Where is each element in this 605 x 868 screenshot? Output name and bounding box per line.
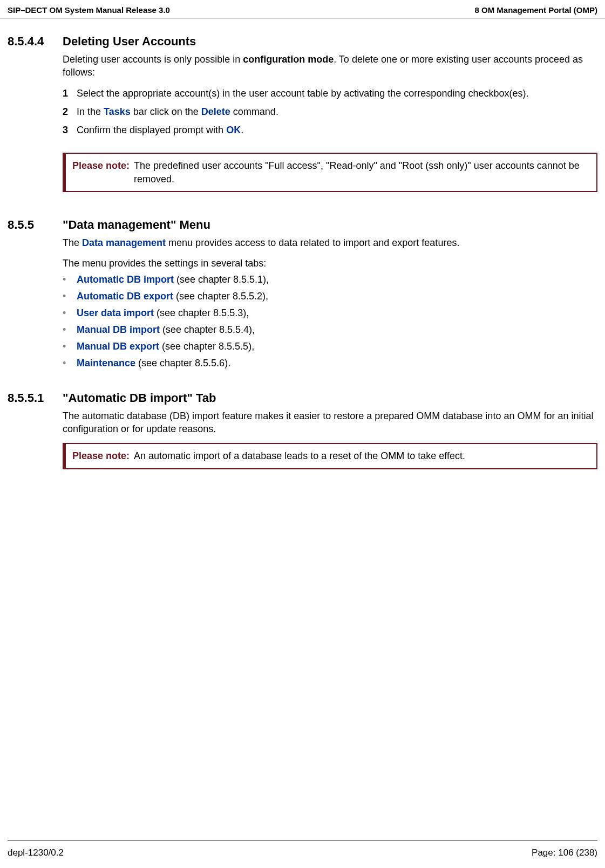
step-text: In the Tasks bar click on the Delete com… xyxy=(77,105,597,118)
section-number: 8.5.5.1 xyxy=(8,391,63,405)
page-content: 8.5.4.4 Deleting User Accounts Deleting … xyxy=(0,18,605,469)
step-3: 3 Confirm the displayed prompt with OK. xyxy=(63,124,597,136)
section-title: Deleting User Accounts xyxy=(63,35,196,49)
step-2: 2 In the Tasks bar click on the Delete c… xyxy=(63,105,597,118)
bullet-manual-db-import: • Manual DB import (see chapter 8.5.5.4)… xyxy=(63,323,597,337)
note-label: Please note: xyxy=(72,449,134,462)
section-heading-8544: 8.5.4.4 Deleting User Accounts xyxy=(8,35,597,49)
note-box: Please note: An automatic import of a da… xyxy=(63,443,597,469)
note-text: An automatic import of a database leads … xyxy=(134,449,590,462)
step-1: 1 Select the appropriate account(s) in t… xyxy=(63,87,597,100)
section-heading-855: 8.5.5 "Data management" Menu xyxy=(8,218,597,232)
section-title: "Automatic DB import" Tab xyxy=(63,391,216,405)
bullet-icon: • xyxy=(63,323,77,337)
bullet-automatic-db-export: • Automatic DB export (see chapter 8.5.5… xyxy=(63,289,597,304)
step-number: 1 xyxy=(63,87,77,100)
step-number: 2 xyxy=(63,105,77,118)
bullet-automatic-db-import: • Automatic DB import (see chapter 8.5.5… xyxy=(63,272,597,287)
bullet-icon: • xyxy=(63,339,77,354)
intro-paragraph: Deleting user accounts is only possible … xyxy=(63,53,597,79)
section-heading-8551: 8.5.5.1 "Automatic DB import" Tab xyxy=(8,391,597,405)
page-footer: depl-1230/0.2 Page: 106 (238) xyxy=(8,840,597,858)
note-box: Please note: The predefined user account… xyxy=(63,153,597,192)
footer-right: Page: 106 (238) xyxy=(532,848,597,858)
bullet-icon: • xyxy=(63,272,77,287)
bullet-icon: • xyxy=(63,306,77,320)
footer-left: depl-1230/0.2 xyxy=(8,848,64,858)
note-label: Please note: xyxy=(72,159,134,186)
intro-paragraph: The automatic database (DB) import featu… xyxy=(63,409,597,436)
step-text: Select the appropriate account(s) in the… xyxy=(77,87,597,100)
step-number: 3 xyxy=(63,124,77,136)
bullet-icon: • xyxy=(63,356,77,371)
note-text: The predefined user accounts "Full acces… xyxy=(134,159,590,186)
intro-paragraph: The Data management menu provides access… xyxy=(63,236,597,249)
section-number: 8.5.4.4 xyxy=(8,35,63,49)
bullet-user-data-import: • User data import (see chapter 8.5.5.3)… xyxy=(63,306,597,320)
page-header: SIP–DECT OM System Manual Release 3.0 8 … xyxy=(0,0,605,18)
header-right: 8 OM Management Portal (OMP) xyxy=(474,5,597,15)
header-left: SIP–DECT OM System Manual Release 3.0 xyxy=(8,5,170,15)
step-text: Confirm the displayed prompt with OK. xyxy=(77,124,597,136)
bullet-icon: • xyxy=(63,289,77,304)
lead-text: The menu provides the settings in severa… xyxy=(63,257,597,270)
section-title: "Data management" Menu xyxy=(63,218,210,232)
bullet-manual-db-export: • Manual DB export (see chapter 8.5.5.5)… xyxy=(63,339,597,354)
bullet-maintenance: • Maintenance (see chapter 8.5.5.6). xyxy=(63,356,597,371)
section-number: 8.5.5 xyxy=(8,218,63,232)
